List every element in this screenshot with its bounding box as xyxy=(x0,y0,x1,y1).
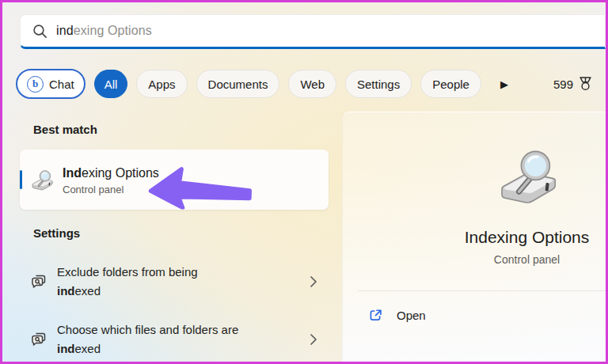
open-action[interactable]: Open xyxy=(343,304,608,326)
windows-search-flyout: indexing Options b Chat All Apps Documen… xyxy=(0,0,608,364)
search-suggestion-text: exing Options xyxy=(74,24,152,37)
settings-result-text: Choose which files and folders are index… xyxy=(57,320,238,358)
tab-people[interactable]: People xyxy=(420,70,481,98)
rewards-medal-icon xyxy=(578,76,593,92)
indexing-options-icon xyxy=(30,169,54,191)
settings-result-exclude-folders[interactable]: Exclude folders from being indexed xyxy=(20,257,330,306)
chevron-right-icon xyxy=(310,333,317,346)
chat-filter-button[interactable]: b Chat xyxy=(16,69,86,99)
best-match-title: Indexing Options xyxy=(63,165,159,182)
best-match-heading: Best match xyxy=(33,123,97,136)
more-filters-icon[interactable]: ▶ xyxy=(500,78,508,90)
tab-all[interactable]: All xyxy=(94,70,128,98)
search-typed-text: ind xyxy=(56,24,74,37)
settings-heading: Settings xyxy=(33,226,80,240)
best-match-text: Indexing Options Control panel xyxy=(63,165,159,195)
settings-result-choose-files[interactable]: Choose which files and folders are index… xyxy=(20,315,330,364)
tab-documents[interactable]: Documents xyxy=(196,70,280,98)
search-icon xyxy=(32,24,48,39)
settings-search-icon xyxy=(30,273,48,290)
preview-divider xyxy=(358,290,608,291)
settings-result-text: Exclude folders from being indexed xyxy=(57,263,198,301)
rewards-badge[interactable]: 599 xyxy=(553,76,596,92)
tab-web[interactable]: Web xyxy=(288,70,336,98)
bing-chat-icon: b xyxy=(27,76,44,93)
chevron-right-icon xyxy=(310,275,317,288)
preview-title: Indexing Options xyxy=(465,227,590,248)
selection-accent-bar xyxy=(20,170,22,189)
chat-filter-label: Chat xyxy=(49,78,74,91)
indexing-options-large-icon xyxy=(496,147,559,206)
preview-panel: Indexing Options Control panel Open xyxy=(342,112,608,364)
tab-settings[interactable]: Settings xyxy=(345,70,412,98)
settings-search-icon xyxy=(30,331,48,348)
best-match-subtitle: Control panel xyxy=(63,184,159,195)
rewards-points: 599 xyxy=(553,78,573,91)
search-query: indexing Options xyxy=(56,24,152,38)
search-input[interactable]: indexing Options xyxy=(20,14,606,49)
open-label: Open xyxy=(397,309,426,322)
best-match-result[interactable]: Indexing Options Control panel xyxy=(20,150,329,210)
open-external-icon xyxy=(368,308,383,323)
filter-bar: b Chat All Apps Documents Web Settings P… xyxy=(16,68,596,100)
preview-subtitle: Control panel xyxy=(494,253,560,266)
tab-apps[interactable]: Apps xyxy=(136,70,187,98)
